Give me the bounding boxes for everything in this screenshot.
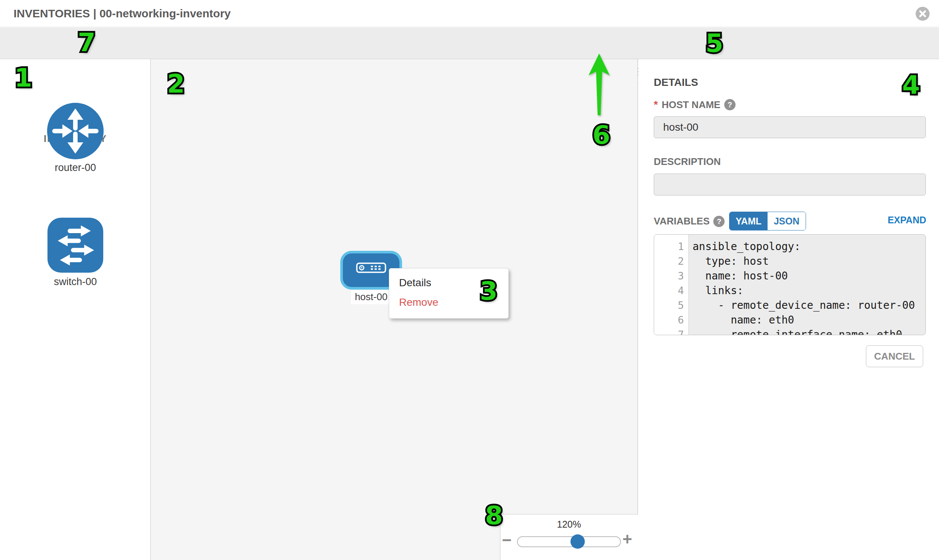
description-label: DESCRIPTION [654,156,721,168]
toolbar: ACTIONS [0,28,939,59]
variables-label-row: VARIABLES ? [654,215,725,227]
sidebar-item-switch-label: switch-00 [0,276,151,288]
line-number: 6 [654,312,684,327]
yaml-toggle-button[interactable]: YAML [729,212,768,230]
variables-code-editor[interactable]: 1 2 3 4 5 6 7 ansible_topology: type: ho… [654,234,926,335]
line-number: 3 [654,269,684,283]
required-marker: * [654,98,658,111]
code-line: - remote_device_name: router-00 [692,298,925,312]
code-line: remote_interface_name: eth0 [692,327,925,335]
annotation-arrow-up-icon [585,52,614,119]
close-button[interactable] [916,7,930,21]
host-name-label: HOST NAME [661,99,720,111]
zoom-in-button[interactable]: + [623,532,632,547]
host-node-label: host-00 [351,290,392,304]
annotation-7: 7 [78,28,95,57]
code-line: ansible_topology: [692,239,925,254]
zoom-slider-thumb[interactable] [570,534,585,549]
variables-label: VARIABLES [654,215,709,227]
help-icon[interactable]: ? [713,216,725,227]
editor-code-area[interactable]: ansible_topology: type: host name: host-… [689,235,925,335]
details-panel-title: DETAILS [654,77,698,89]
zoom-slider-track[interactable] [517,536,621,547]
host-name-field[interactable] [654,116,926,138]
line-number: 1 [654,239,684,254]
editor-line-numbers: 1 2 3 4 5 6 7 [654,235,689,335]
description-field[interactable] [654,174,926,195]
page-header: INVENTORIES | 00-networking-inventory [0,0,939,27]
annotation-1: 1 [14,63,32,93]
code-line: links: [692,283,925,298]
annotation-8: 8 [485,500,503,530]
zoom-out-button[interactable]: − [502,532,512,548]
router-icon [47,154,103,160]
line-number: 4 [654,283,684,298]
code-line: name: host-00 [692,269,925,283]
line-number: 5 [654,298,684,312]
page-title: INVENTORIES | 00-networking-inventory [14,7,231,20]
code-line: name: eth0 [692,312,925,327]
sidebar-item-switch[interactable] [48,218,103,273]
variables-format-toggle: YAML JSON [729,212,806,231]
annotation-4: 4 [902,70,920,100]
cancel-button[interactable]: CANCEL [866,345,923,367]
host-name-label-row: * HOST NAME ? [654,98,735,111]
expand-link[interactable]: EXPAND [870,215,926,226]
code-line: type: host [692,254,925,269]
annotation-5: 5 [705,28,723,58]
zoom-level-value: 120% [517,519,621,530]
json-toggle-button[interactable]: JSON [768,212,806,230]
annotation-6: 6 [592,120,610,150]
line-number: 2 [654,254,684,269]
switch-icon [48,268,103,274]
sidebar-item-router-label: router-00 [0,162,151,174]
help-icon[interactable]: ? [724,99,735,110]
sidebar-item-router[interactable] [47,103,103,159]
line-number: 7 [654,327,684,335]
annotation-2: 2 [167,69,185,98]
inventory-topology-page: INVENTORIES | 00-networking-inventory AC… [0,0,939,560]
annotation-3: 3 [480,276,497,306]
